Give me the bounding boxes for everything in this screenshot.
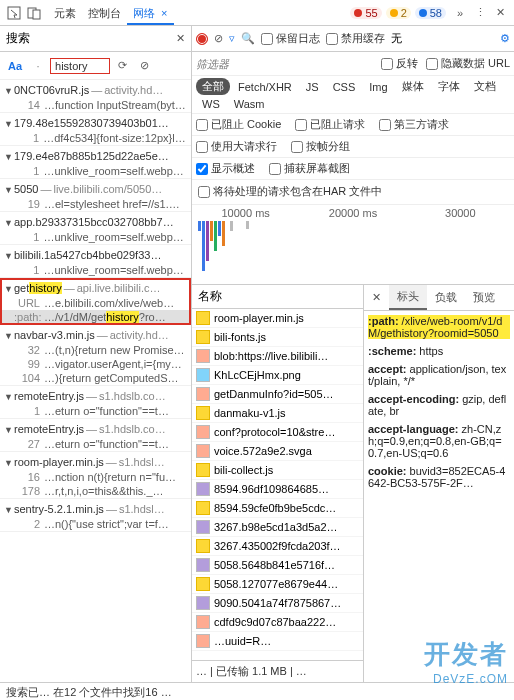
match-case-toggle[interactable]: Aa: [4, 60, 26, 72]
device-toggle-icon[interactable]: [24, 3, 44, 23]
preserve-log-checkbox[interactable]: 保留日志: [261, 31, 320, 46]
third-party-checkbox[interactable]: 第三方请求: [379, 117, 449, 132]
request-row[interactable]: bili-fonts.js: [192, 328, 363, 347]
type-filter-媒体[interactable]: 媒体: [396, 78, 430, 95]
type-filter-Fetch/XHR[interactable]: Fetch/XHR: [232, 80, 298, 94]
request-row[interactable]: blob:https://live.bilibili…: [192, 347, 363, 366]
request-row[interactable]: 9090.5041a74f7875867…: [192, 594, 363, 613]
tab-elements[interactable]: 元素: [48, 1, 82, 25]
search-result-file[interactable]: ▼remoteEntry.js—s1.hdslb.co…1…eturn o="f…: [0, 386, 191, 419]
search-result-hit[interactable]: 99…vigator.userAgent,i={my…: [0, 357, 191, 371]
throttling-select[interactable]: 无: [391, 31, 402, 46]
blocked-requests-checkbox[interactable]: 已阻止请求: [295, 117, 365, 132]
close-devtools-icon[interactable]: ✕: [490, 3, 510, 23]
search-result-hit[interactable]: :path:…/v1/dM/gethistory?ro…: [0, 310, 191, 324]
include-pending-har-checkbox[interactable]: 将待处理的请求包含在HAR 文件中: [198, 184, 382, 199]
search-result-hit[interactable]: 19…el=stylesheet href=//s1.…: [0, 197, 191, 211]
request-row[interactable]: getDanmuInfo?id=505…: [192, 385, 363, 404]
search-result-hit[interactable]: 1…unklive_room=self.webpa…: [0, 230, 191, 244]
type-filter-Img[interactable]: Img: [363, 80, 393, 94]
search-result-hit[interactable]: 1…df4c534]{font-size:12px}la…: [0, 131, 191, 145]
type-filter-CSS[interactable]: CSS: [327, 80, 362, 94]
request-row[interactable]: 8594.59cfe0fb9be5cdc…: [192, 499, 363, 518]
network-overview-timeline[interactable]: 10000 ms 20000 ms 30000: [192, 205, 514, 285]
request-row[interactable]: 5058.5648b841e5716f…: [192, 556, 363, 575]
search-result-hit[interactable]: 27…eturn o="function"==t…: [0, 437, 191, 451]
capture-screenshots-checkbox[interactable]: 捕获屏幕截图: [269, 161, 350, 176]
search-result-file[interactable]: ▼remoteEntry.js—s1.hdslb.co…27…eturn o="…: [0, 419, 191, 452]
search-result-file[interactable]: ▼navbar-v3.min.js—activity.hd…32…(t,n){r…: [0, 325, 191, 386]
search-result-file[interactable]: ▼179.e4e87b885b125d22ae5e…1…unklive_room…: [0, 146, 191, 179]
type-filter-全部[interactable]: 全部: [196, 78, 230, 95]
invert-filter-checkbox[interactable]: 反转: [381, 56, 418, 71]
search-result-hit[interactable]: 32…(t,n){return new Promise…: [0, 343, 191, 357]
request-row[interactable]: KhLcCEjHmx.png: [192, 366, 363, 385]
request-row[interactable]: conf?protocol=10&stre…: [192, 423, 363, 442]
search-result-hit[interactable]: 1…unklive_room=self.webpa…: [0, 263, 191, 277]
type-filter-WS[interactable]: WS: [196, 97, 226, 111]
search-result-file[interactable]: ▼gethistory—api.live.bilibili.c…URL…e.bi…: [0, 278, 191, 325]
search-result-file[interactable]: ▼5050—live.bilibili.com/5050…19…el=style…: [0, 179, 191, 212]
search-result-hit[interactable]: URL…e.bilibili.com/xlive/web…: [0, 296, 191, 310]
request-row[interactable]: 8594.96df109864685…: [192, 480, 363, 499]
large-rows-checkbox[interactable]: 使用大请求行: [196, 139, 277, 154]
request-list-header-name[interactable]: 名称: [192, 285, 363, 309]
close-request-detail-icon[interactable]: ✕: [364, 287, 389, 308]
more-tabs-icon[interactable]: »: [450, 3, 470, 23]
request-row[interactable]: bili-collect.js: [192, 461, 363, 480]
tab-console[interactable]: 控制台: [82, 1, 127, 25]
filter-toggle-icon[interactable]: ▿: [229, 32, 235, 45]
search-result-hit[interactable]: 104…){return getComputedS…: [0, 371, 191, 385]
request-row[interactable]: voice.572a9e2.svga: [192, 442, 363, 461]
search-input[interactable]: [50, 58, 110, 74]
detail-tab-headers[interactable]: 标头: [389, 285, 427, 310]
search-result-file[interactable]: ▼app.b29337315bcc032708bb7…1…unklive_roo…: [0, 212, 191, 245]
detail-tab-preview[interactable]: 预览: [465, 286, 503, 309]
search-result-file[interactable]: ▼0NCT06vruR.js—activity.hd…14…function I…: [0, 80, 191, 113]
warning-count-badge[interactable]: 2: [386, 7, 411, 19]
search-result-hit[interactable]: 2…n(){"use strict";var t=f…: [0, 517, 191, 531]
kebab-menu-icon[interactable]: ⋮: [470, 3, 490, 23]
clear-network-icon[interactable]: ⊘: [214, 32, 223, 45]
tab-network[interactable]: 网络 ×: [127, 1, 174, 25]
hide-data-urls-checkbox[interactable]: 隐藏数据 URL: [426, 56, 510, 71]
search-network-icon[interactable]: 🔍: [241, 32, 255, 45]
header-entry: accept: application/json, text/plain, */…: [368, 363, 510, 387]
request-row[interactable]: 3267.b98e5cd1a3d5a2…: [192, 518, 363, 537]
request-row[interactable]: …uuid=R…: [192, 632, 363, 651]
detail-tab-payload[interactable]: 负载: [427, 286, 465, 309]
search-result-file[interactable]: ▼bilibili.1a5427cb4bbe029f33…1…unklive_r…: [0, 245, 191, 278]
type-filter-文档[interactable]: 文档: [468, 78, 502, 95]
search-result-hit[interactable]: 1…eturn o="function"==t…: [0, 404, 191, 418]
request-headers-panel: :path: /xlive/web-room/v1/dM/gethistory?…: [364, 311, 514, 683]
search-result-hit[interactable]: 178…r,t,n,i,o=this&&this._…: [0, 484, 191, 498]
search-result-file[interactable]: ▼179.48e15592830739403b01…1…df4c534]{fon…: [0, 113, 191, 146]
request-row[interactable]: 3267.435002f9fcda203f…: [192, 537, 363, 556]
error-count-badge[interactable]: 55: [350, 7, 381, 19]
refresh-search-icon[interactable]: ⟳: [112, 59, 132, 72]
network-filter-input[interactable]: [196, 58, 373, 70]
type-filter-Wasm[interactable]: Wasm: [228, 97, 271, 111]
regex-toggle-icon[interactable]: ·: [28, 60, 48, 72]
close-search-icon[interactable]: ✕: [176, 32, 185, 45]
request-row[interactable]: danmaku-v1.js: [192, 404, 363, 423]
info-count-badge[interactable]: 58: [415, 7, 446, 19]
search-result-hit[interactable]: 16…nction n(t){return n="fu…: [0, 470, 191, 484]
request-row[interactable]: cdfd9c9d07c87baa222…: [192, 613, 363, 632]
settings-gear-icon[interactable]: ⚙: [500, 32, 510, 45]
request-row[interactable]: 5058.127077e8679e44…: [192, 575, 363, 594]
group-by-frame-checkbox[interactable]: 按帧分组: [291, 139, 350, 154]
disable-cache-checkbox[interactable]: 禁用缓存: [326, 31, 385, 46]
search-result-file[interactable]: ▼room-player.min.js—s1.hdsl…16…nction n(…: [0, 452, 191, 499]
type-filter-JS[interactable]: JS: [300, 80, 325, 94]
type-filter-字体[interactable]: 字体: [432, 78, 466, 95]
clear-search-icon[interactable]: ⊘: [134, 59, 154, 72]
inspect-icon[interactable]: [4, 3, 24, 23]
blocked-cookies-checkbox[interactable]: 已阻止 Cookie: [196, 117, 281, 132]
search-result-hit[interactable]: 14…function InputStream(byt…: [0, 98, 191, 112]
record-toggle-icon[interactable]: [196, 33, 208, 45]
show-overview-checkbox[interactable]: 显示概述: [196, 161, 255, 176]
search-result-hit[interactable]: 1…unklive_room=self.webpa…: [0, 164, 191, 178]
search-result-file[interactable]: ▼sentry-5.2.1.min.js—s1.hdsl…2…n(){"use …: [0, 499, 191, 532]
request-row[interactable]: room-player.min.js: [192, 309, 363, 328]
